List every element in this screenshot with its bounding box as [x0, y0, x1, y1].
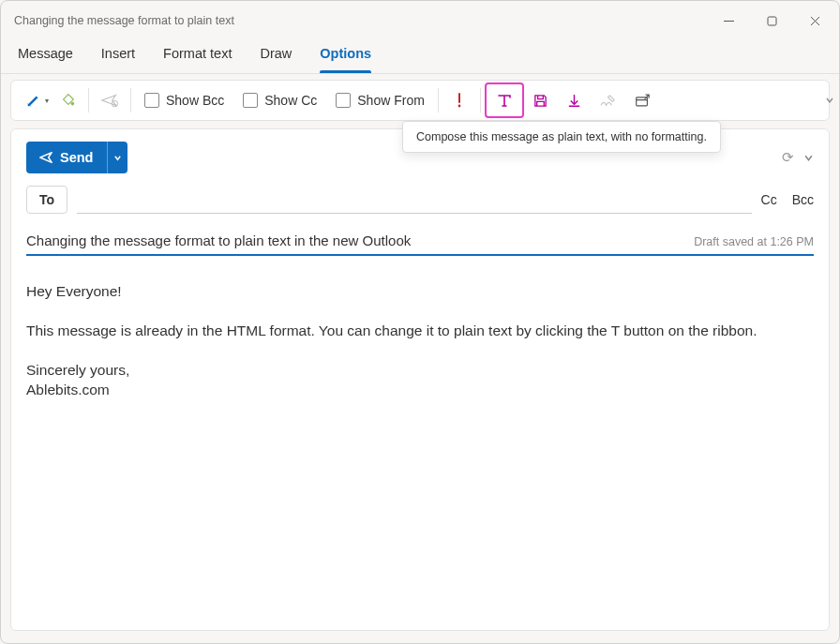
tab-format-text[interactable]: Format text — [163, 40, 232, 73]
ribbon-tabs: Message Insert Format text Draw Options — [1, 40, 839, 74]
separator — [88, 88, 89, 112]
draft-status: Draft saved at 1:26 PM — [694, 235, 814, 248]
close-button[interactable] — [794, 7, 835, 35]
show-from-checkbox[interactable]: Show From — [326, 85, 434, 115]
save-draft-button[interactable] — [524, 85, 558, 115]
high-importance-button[interactable] — [442, 85, 476, 115]
pen-icon — [25, 92, 42, 109]
body-line: Hey Everyone! — [26, 282, 814, 302]
to-button[interactable]: To — [26, 186, 68, 214]
body-line: Ablebits.com — [26, 381, 814, 400]
tab-draw[interactable]: Draw — [260, 40, 292, 73]
theme-color-button[interactable]: ▾ — [17, 85, 51, 115]
more-actions-loading-icon[interactable]: ⟳ — [782, 149, 794, 166]
show-cc-checkbox[interactable]: Show Cc — [233, 85, 326, 115]
signature-icon — [599, 93, 617, 109]
send-options-dropdown[interactable] — [107, 142, 128, 173]
separator — [438, 88, 439, 112]
tab-options[interactable]: Options — [320, 40, 371, 73]
tab-message[interactable]: Message — [18, 40, 73, 73]
tab-insert[interactable]: Insert — [101, 40, 135, 73]
to-label: To — [39, 192, 54, 207]
titlebar: Changing the message format to plain tex… — [1, 1, 839, 40]
airplane-icon — [100, 92, 119, 109]
subject-input[interactable]: Changing the message format to plain tex… — [26, 232, 411, 248]
cc-button[interactable]: Cc — [761, 192, 777, 207]
request-receipt-button[interactable] — [93, 85, 127, 115]
plain-text-tooltip: Compose this message as plain text, with… — [402, 121, 721, 153]
show-bcc-checkbox[interactable]: Show Bcc — [135, 85, 233, 115]
show-cc-label: Show Cc — [264, 93, 317, 108]
window-title: Changing the message format to plain tex… — [14, 14, 234, 27]
popout-icon — [634, 93, 651, 109]
checkbox-icon — [243, 93, 258, 108]
separator — [130, 88, 131, 112]
signature-button[interactable] — [592, 85, 625, 115]
ribbon-expand-chevron[interactable] — [825, 96, 834, 105]
compose-panel: Send ⟳ To Cc Bcc — [10, 128, 830, 631]
text-t-icon — [496, 92, 513, 109]
save-icon — [532, 93, 548, 109]
body-line: This message is already in the HTML form… — [26, 322, 814, 341]
separator — [480, 88, 481, 112]
to-input[interactable] — [77, 186, 751, 214]
window-controls — [708, 7, 835, 35]
exclamation-icon — [453, 92, 466, 109]
bcc-button[interactable]: Bcc — [792, 192, 814, 207]
page-color-button[interactable] — [51, 85, 84, 115]
send-button-group: Send — [26, 142, 128, 173]
chevron-down-icon: ▾ — [45, 97, 49, 105]
checkbox-icon — [336, 93, 351, 108]
bucket-icon — [59, 92, 76, 109]
send-icon — [38, 150, 53, 165]
maximize-button[interactable] — [751, 7, 792, 35]
show-in-new-window-button[interactable] — [625, 85, 659, 115]
checkbox-icon — [144, 93, 159, 108]
ribbon-toolbar: ▾ Show Bcc Show Cc Sh — [10, 80, 830, 121]
send-label: Send — [60, 150, 93, 165]
svg-point-8 — [458, 105, 460, 108]
send-button[interactable]: Send — [26, 142, 107, 173]
download-icon — [566, 93, 582, 109]
body-line: Sincerely yours, — [26, 361, 814, 381]
minimize-button[interactable] — [708, 7, 749, 35]
message-body[interactable]: Hey Everyone! This message is already in… — [26, 282, 814, 400]
download-button[interactable] — [558, 85, 592, 115]
plain-text-button[interactable] — [485, 82, 524, 118]
collapse-chevron-icon[interactable] — [803, 153, 814, 163]
show-bcc-label: Show Bcc — [166, 93, 224, 108]
svg-rect-1 — [768, 17, 776, 25]
show-from-label: Show From — [357, 93, 425, 108]
svg-point-4 — [71, 102, 75, 106]
